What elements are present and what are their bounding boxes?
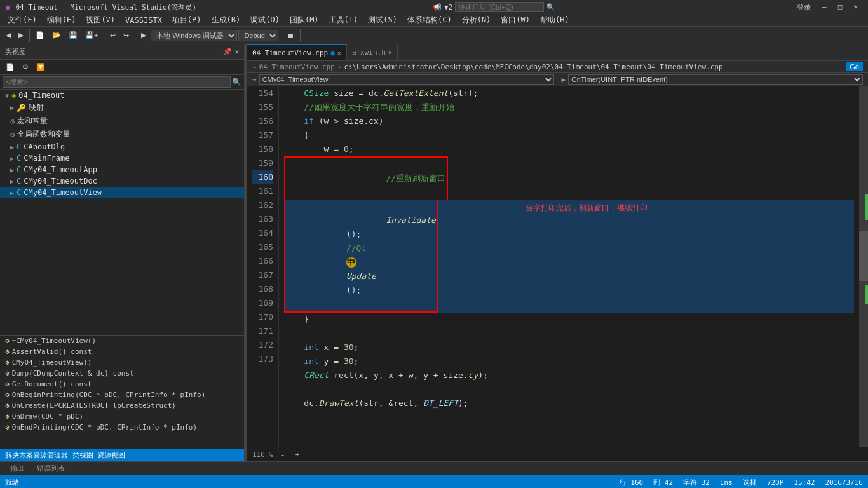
tree-arrow: ▶ xyxy=(10,155,14,162)
config-select[interactable]: Debug xyxy=(238,30,278,41)
menu-project[interactable]: 项目(P) xyxy=(167,13,207,27)
menu-debug[interactable]: 调试(D) xyxy=(245,13,285,27)
minimize-btn[interactable]: — xyxy=(817,1,832,13)
tab-close-icon[interactable]: ✕ xyxy=(388,49,392,56)
method-select[interactable]: OnTimer(UINT_PTR nIDEvent) xyxy=(568,74,863,85)
search-icon[interactable]: 🔍 xyxy=(232,78,241,86)
menu-team[interactable]: 团队(M) xyxy=(285,13,324,27)
tab-label: afxwin.h xyxy=(352,48,386,57)
scrollbar-thumb[interactable] xyxy=(859,231,868,281)
tab-errors[interactable]: 错误列表 xyxy=(32,463,70,475)
open-btn[interactable]: 📂 xyxy=(49,29,64,41)
sidebar-settings-btn[interactable]: ⚙ xyxy=(19,61,32,73)
tab-bar: 04_TimeoutView.cpp ● ✕ afxwin.h ✕ xyxy=(247,44,868,61)
tree-item-globals[interactable]: ⚙ 全局函数和变量 xyxy=(0,128,244,141)
sidebar-new-btn[interactable]: 📄 xyxy=(3,61,18,73)
method-icon: ⚙ xyxy=(5,423,10,431)
tree-item-root[interactable]: ▼ ◈ 04_Timeout xyxy=(0,90,244,101)
tree-label-cmainframe: CMainFrame xyxy=(24,154,69,163)
method-item-getdoc[interactable]: ⚙ GetDocument() const xyxy=(0,379,244,390)
sidebar-footer: 解决方案资源管理器 类视图 资源视图 xyxy=(0,449,244,461)
save-all-btn[interactable]: 💾+ xyxy=(82,29,101,41)
zoom-minus-btn[interactable]: - xyxy=(278,449,287,460)
tree-label-mapping: 映射 xyxy=(29,102,44,113)
menu-edit[interactable]: 编辑(E) xyxy=(42,13,81,27)
code-content[interactable]: CSize size = dc. GetTextExtent (str); //… xyxy=(279,86,859,447)
maximize-btn[interactable]: □ xyxy=(833,1,848,13)
code-line-159: //重新刷新窗口 xyxy=(284,156,854,200)
tree-item-caboutdlg[interactable]: ▶ C CAboutDlg xyxy=(0,141,244,152)
status-select[interactable]: 选择 xyxy=(743,478,757,487)
bottom-tabs: 输出 错误列表 xyxy=(0,461,868,475)
menu-tools[interactable]: 工具(T) xyxy=(324,13,363,27)
code-line-164: int y = 30 ; xyxy=(284,355,854,369)
status-ins: Ins xyxy=(720,478,733,487)
tree-item-cview[interactable]: ▶ C CMy04_TimeoutView xyxy=(0,187,244,198)
close-btn[interactable]: ✕ xyxy=(848,1,863,13)
class-select[interactable]: CMy04_TimeoutView xyxy=(259,74,554,85)
save-btn[interactable]: 💾 xyxy=(65,29,81,41)
back-btn[interactable]: ◀ xyxy=(3,29,14,41)
menu-file[interactable]: 文件(F) xyxy=(3,13,42,27)
sidebar-close-icon[interactable]: ✕ xyxy=(234,48,239,56)
tree-item-mapping[interactable]: ▶ 🔑 映射 xyxy=(0,101,244,114)
sidebar-filter-btn[interactable]: 🔽 xyxy=(33,61,48,73)
tab-close-icon[interactable]: ✕ xyxy=(337,50,341,57)
path-filename[interactable]: 04_TimeoutView.cpp xyxy=(259,63,335,71)
pin-icon[interactable]: 📌 xyxy=(223,48,232,56)
menu-vassistx[interactable]: VASSISTX xyxy=(120,15,167,26)
redo-btn[interactable]: ↪ xyxy=(120,29,132,41)
tab-afxwin[interactable]: afxwin.h ✕ xyxy=(347,44,398,61)
menu-build[interactable]: 生成(B) xyxy=(207,13,246,27)
status-right-items: 行 160 列 42 字符 32 Ins 选择 720P 15:42 2016/… xyxy=(620,478,863,487)
menu-test[interactable]: 测试(S) xyxy=(363,13,402,27)
line-num-172: 172 xyxy=(252,338,273,352)
method-item-constructor[interactable]: ⚙ CMy04_TimeoutView() xyxy=(0,357,244,368)
new-file-btn[interactable]: 📄 xyxy=(32,29,48,41)
line-num-154: 154 xyxy=(252,86,273,100)
menu-analyze[interactable]: 分析(N) xyxy=(457,13,496,27)
debug-target-select[interactable]: 本地 Windows 调试器 xyxy=(151,30,237,41)
menu-window[interactable]: 窗口(W) xyxy=(496,13,535,27)
tree-arrow: ▶ xyxy=(10,178,14,185)
zoom-plus-btn[interactable]: + xyxy=(292,449,302,460)
method-item-destructor[interactable]: ⚙ ~CMy04_TimeoutView() xyxy=(0,336,244,346)
method-item-onendprint[interactable]: ⚙ OnEndPrinting(CDC * pDC, CPrintInfo * … xyxy=(0,422,244,433)
login-btn[interactable]: 登录 xyxy=(792,1,816,13)
method-item-dump[interactable]: ⚙ Dump(CDumpContext & dc) const xyxy=(0,368,244,379)
method-icon: ⚙ xyxy=(5,348,10,356)
sidebar-header: 类视图 📌 ✕ xyxy=(0,44,244,60)
method-item-assertvalid[interactable]: ⚙ AssertValid() const xyxy=(0,346,244,357)
tab-output[interactable]: 输出 xyxy=(5,463,29,475)
line-num-163: 163 xyxy=(252,212,273,226)
tree-item-cmainframe[interactable]: ▶ C CMainFrame xyxy=(0,152,244,164)
tree-label-globals: 全局函数和变量 xyxy=(17,129,71,140)
menu-arch[interactable]: 体系结构(C) xyxy=(402,13,457,27)
code-line-168 xyxy=(284,410,854,424)
line-num-158: 158 xyxy=(252,142,273,156)
tree-icon: C xyxy=(17,154,21,163)
search-input[interactable] xyxy=(3,76,231,88)
go-btn[interactable]: Go xyxy=(846,62,863,71)
quick-launch-input[interactable] xyxy=(455,2,544,12)
code-annotation: 当字打印完后，刷新窗口，继续打印 xyxy=(526,201,648,215)
zoom-label: 110 % xyxy=(252,451,273,459)
start-debug-btn[interactable]: ▶ xyxy=(138,29,149,41)
editor-scrollbar[interactable] xyxy=(859,86,868,447)
tab-timeoutview-cpp[interactable]: 04_TimeoutView.cpp ● ✕ xyxy=(247,44,347,61)
method-item-oncreate[interactable]: ⚙ OnCreate(LPCREATESTRUCT lpCreateStruct… xyxy=(0,400,244,411)
quick-launch-area: 📢 ▼2 🔍 xyxy=(433,2,555,12)
menu-help[interactable]: 帮助(H) xyxy=(535,13,574,27)
tree-arrow: ▶ xyxy=(10,104,14,111)
tree-item-capp[interactable]: ▶ C CMy04_TimeoutApp xyxy=(0,164,244,175)
method-item-ondraw[interactable]: ⚙ OnDraw(CDC * pDC) xyxy=(0,411,244,422)
forward-btn[interactable]: ▶ xyxy=(15,29,27,41)
sidebar-bottom-panel: ⚙ ~CMy04_TimeoutView() ⚙ AssertValid() c… xyxy=(0,335,244,449)
undo-btn[interactable]: ↩ xyxy=(107,29,119,41)
tree-item-macros[interactable]: ⚙ 宏和常量 xyxy=(0,114,244,128)
tree-item-cdoc[interactable]: ▶ C CMy04_TimeoutDoc xyxy=(0,175,244,187)
search-icon: 🔍 xyxy=(546,3,555,11)
method-item-onbeginprint[interactable]: ⚙ OnBeginPrinting(CDC * pDC, CPrintInfo … xyxy=(0,390,244,400)
stop-btn[interactable]: ⏹ xyxy=(284,30,297,41)
menu-view[interactable]: 视图(V) xyxy=(81,13,120,27)
